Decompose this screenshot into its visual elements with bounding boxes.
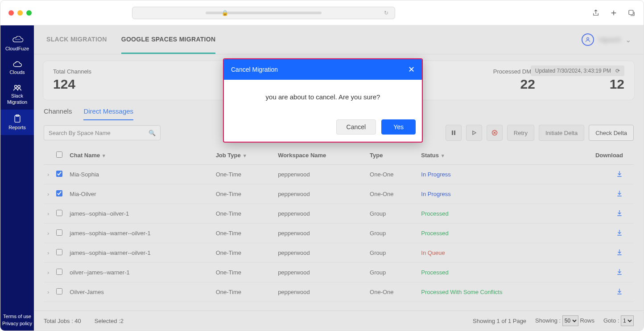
privacy-link[interactable]: Privacy policy	[0, 320, 34, 327]
download-icon[interactable]	[616, 170, 623, 177]
expand-icon[interactable]: ›	[44, 184, 53, 204]
tabs-icon[interactable]	[627, 9, 636, 17]
expand-icon[interactable]: ›	[44, 224, 53, 243]
table-row: ›Mia-SophiaOne-TimepepperwoodOne-OneIn P…	[44, 165, 634, 184]
play-button[interactable]	[466, 125, 482, 141]
reload-icon[interactable]: ↻	[384, 10, 388, 16]
yes-button[interactable]: Yes	[381, 119, 416, 135]
table-row: ›james--sophia--warner--oilver-1One-Time…	[44, 243, 634, 263]
tab-google-spaces-migration[interactable]: GOOGLE SPACES MIGRATION	[121, 26, 216, 54]
search-icon[interactable]: 🔍	[149, 130, 156, 136]
cell-status: In Progress	[417, 184, 564, 204]
expand-icon[interactable]: ›	[44, 165, 53, 184]
expand-icon[interactable]: ›	[44, 282, 53, 302]
stat-label: Processed DM's	[493, 68, 535, 75]
subtab-direct-messages[interactable]: Direct Messages	[83, 103, 133, 120]
download-icon[interactable]	[616, 268, 623, 275]
stop-button[interactable]	[487, 125, 503, 141]
clipboard-icon	[13, 114, 21, 123]
user-avatar-icon	[582, 33, 594, 46]
filter-icon[interactable]: ▾	[103, 153, 105, 158]
terms-link[interactable]: Terms of use	[0, 313, 34, 320]
svg-rect-7	[454, 131, 455, 135]
sidebar: CloudFuze Clouds Slack Migration Reports…	[0, 25, 34, 331]
sidebar-label: Reports	[8, 125, 26, 131]
showing-wrap: Showing : 50 Rows	[535, 315, 594, 326]
modal-title: Cancel Migration	[231, 66, 278, 73]
address-bar[interactable]: 🔒 ↻	[132, 7, 395, 19]
brand-label: CloudFuze	[5, 46, 29, 52]
sidebar-brand[interactable]: CloudFuze	[0, 32, 34, 56]
cell-status: Processed	[417, 224, 564, 243]
table-row: ›oilver--james--warner-1One-Timepepperwo…	[44, 263, 634, 282]
row-checkbox[interactable]	[56, 269, 62, 275]
cell-job-type: One-Time	[212, 263, 275, 282]
cell-job-type: One-Time	[212, 204, 275, 224]
refresh-icon[interactable]: ⟳	[615, 68, 620, 74]
col-job-type[interactable]: Job Type▾	[212, 145, 275, 165]
row-checkbox[interactable]	[56, 190, 62, 196]
retry-button[interactable]: Retry	[507, 125, 534, 141]
stat-value: 12	[580, 77, 624, 92]
cell-chat-name: james--sophia--warner--oilver-1	[66, 243, 212, 263]
download-icon[interactable]	[616, 288, 623, 295]
cell-job-type: One-Time	[212, 243, 275, 263]
download-icon[interactable]	[616, 209, 623, 217]
sidebar-item-slack-migration[interactable]: Slack Migration	[0, 80, 34, 109]
new-tab-icon[interactable]	[610, 9, 618, 17]
chevron-down-icon: ⌄	[625, 36, 631, 44]
row-checkbox[interactable]	[56, 249, 62, 255]
goto-wrap: Goto : 1	[603, 315, 634, 326]
cancel-button[interactable]: Cancel	[336, 119, 376, 135]
download-icon[interactable]	[616, 229, 623, 236]
modal-body: you are about to cancel. Are you sure?	[224, 80, 422, 114]
goto-page-select[interactable]: 1	[621, 315, 634, 326]
sidebar-item-clouds[interactable]: Clouds	[0, 56, 34, 80]
tab-slack-migration[interactable]: SLACK MIGRATION	[46, 26, 107, 54]
users-icon	[12, 84, 22, 91]
pause-button[interactable]	[446, 125, 462, 141]
close-window-icon[interactable]	[8, 10, 14, 16]
cell-workspace: pepperwood	[274, 243, 366, 263]
row-checkbox[interactable]	[56, 171, 62, 177]
cell-workspace: pepperwood	[274, 224, 366, 243]
col-select-all	[53, 145, 66, 165]
cell-status: Processed	[417, 204, 564, 224]
cloud-icon	[12, 61, 22, 68]
initiate-delta-button[interactable]: Initiate Delta	[539, 125, 584, 141]
svg-point-5	[586, 37, 589, 40]
download-icon[interactable]	[616, 190, 623, 197]
row-checkbox[interactable]	[56, 210, 62, 216]
table-row: ›james--sophia--oilver-1One-Timepepperwo…	[44, 204, 634, 224]
expand-icon[interactable]: ›	[44, 243, 53, 263]
sidebar-item-reports[interactable]: Reports	[0, 110, 34, 135]
expand-icon[interactable]: ›	[44, 263, 53, 282]
page-size-select[interactable]: 50	[562, 315, 578, 326]
sidebar-label: Clouds	[9, 69, 25, 75]
updated-chip: Updated 7/30/2024, 3:43:19 PM ⟳	[531, 65, 624, 76]
subtab-channels[interactable]: Channels	[44, 103, 72, 120]
filter-icon[interactable]: ▾	[442, 153, 444, 158]
cell-workspace: pepperwood	[274, 263, 366, 282]
row-checkbox[interactable]	[56, 288, 62, 294]
col-chat-name[interactable]: Chat Name▾	[66, 145, 212, 165]
cell-workspace: pepperwood	[274, 282, 366, 302]
download-icon[interactable]	[616, 249, 623, 256]
expand-icon[interactable]: ›	[44, 204, 53, 224]
search-input[interactable]	[49, 130, 149, 136]
filter-icon[interactable]: ▾	[244, 153, 246, 158]
cell-workspace: pepperwood	[274, 165, 366, 184]
maximize-window-icon[interactable]	[26, 10, 32, 16]
select-all-checkbox[interactable]	[56, 151, 62, 158]
user-menu[interactable]: Vignesh ⌄	[582, 33, 631, 46]
check-delta-button[interactable]: Check Delta	[589, 125, 634, 141]
minimize-window-icon[interactable]	[17, 10, 23, 16]
share-icon[interactable]	[592, 9, 600, 17]
close-icon[interactable]: ✕	[408, 65, 415, 74]
cell-chat-name: Mia-Oilver	[66, 184, 212, 204]
col-status[interactable]: Status▾	[417, 145, 564, 165]
cell-job-type: One-Time	[212, 224, 275, 243]
cell-type: Group	[366, 243, 417, 263]
cell-chat-name: Mia-Sophia	[66, 165, 212, 184]
row-checkbox[interactable]	[56, 229, 62, 236]
